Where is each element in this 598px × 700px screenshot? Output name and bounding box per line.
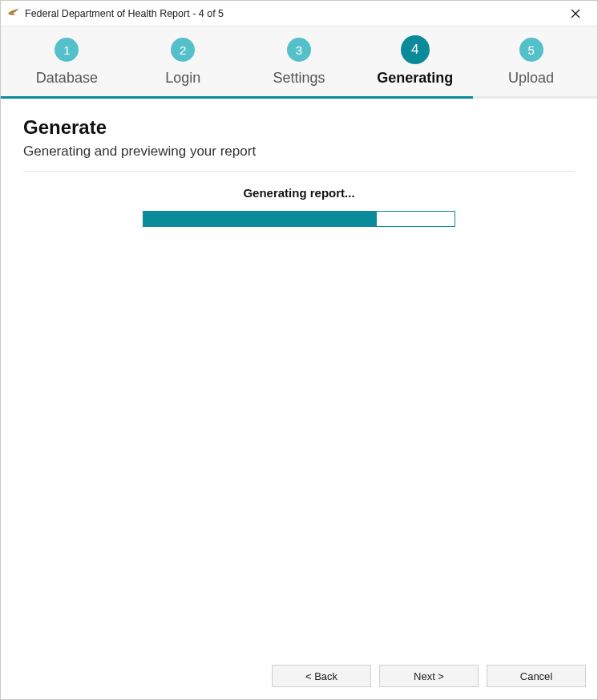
step-label: Settings <box>273 70 325 87</box>
wizard-content: Generate Generating and previewing your … <box>1 99 597 227</box>
section-divider <box>23 171 575 172</box>
back-button[interactable]: < Back <box>272 665 371 687</box>
step-number-badge: 3 <box>287 38 311 62</box>
step-number-badge: 1 <box>55 38 79 62</box>
wizard-step-settings[interactable]: 3Settings <box>241 38 358 87</box>
wizard-step-database[interactable]: 1Database <box>9 38 125 87</box>
app-bird-icon <box>7 7 20 20</box>
wizard-step-login[interactable]: 2Login <box>125 38 241 87</box>
page-heading: Generate <box>23 116 575 139</box>
active-step-underline <box>1 96 473 99</box>
wizard-footer: < Back Next > Cancel <box>1 661 597 699</box>
wizard-steps-bar: 1Database2Login3Settings4Generating5Uplo… <box>1 26 597 99</box>
window-title: Federal Department of Health Report - 4 … <box>25 8 557 19</box>
wizard-step-upload[interactable]: 5Upload <box>473 38 589 87</box>
step-label: Database <box>36 70 98 87</box>
window-titlebar: Federal Department of Health Report - 4 … <box>1 1 597 26</box>
next-button[interactable]: Next > <box>379 665 479 687</box>
step-label: Upload <box>508 70 554 87</box>
step-number-badge: 4 <box>401 35 430 64</box>
step-number-badge: 5 <box>519 38 543 62</box>
progress-bar-fill <box>143 212 377 226</box>
step-label: Generating <box>377 70 453 87</box>
close-icon <box>571 9 580 18</box>
generation-status-text: Generating report... <box>23 186 575 200</box>
progress-bar <box>143 211 455 227</box>
wizard-step-generating[interactable]: 4Generating <box>357 38 473 87</box>
step-number-badge: 2 <box>171 38 195 62</box>
step-label: Login <box>165 70 200 87</box>
page-subtitle: Generating and previewing your report <box>23 144 575 160</box>
cancel-button[interactable]: Cancel <box>487 665 586 687</box>
window-close-button[interactable] <box>557 2 594 26</box>
